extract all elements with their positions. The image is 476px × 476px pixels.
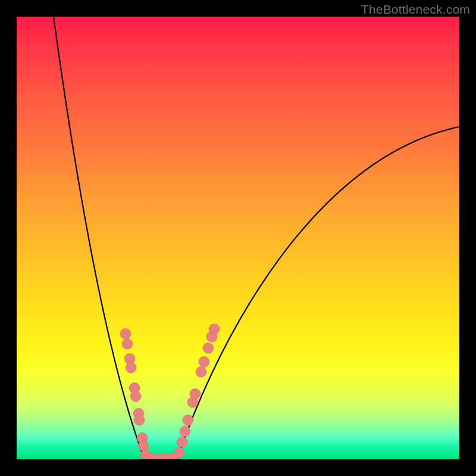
data-point: [199, 356, 209, 367]
data-point: [134, 415, 145, 425]
data-point: [183, 415, 193, 425]
data-point: [126, 362, 136, 373]
data-point: [120, 328, 131, 339]
watermark-text: TheBottleneck.com: [361, 2, 470, 17]
data-point: [174, 447, 184, 458]
data-point: [180, 426, 190, 437]
data-point: [177, 437, 187, 447]
chart-frame: [17, 17, 459, 459]
bottleneck-curve-plot: [17, 17, 459, 459]
data-point: [196, 367, 206, 377]
data-point: [203, 343, 214, 353]
data-point: [209, 324, 220, 334]
data-point: [138, 440, 149, 451]
data-point: [122, 339, 133, 349]
data-point: [190, 389, 201, 399]
data-points: [120, 324, 220, 459]
data-point: [130, 391, 141, 402]
bottleneck-curve: [54, 17, 459, 459]
